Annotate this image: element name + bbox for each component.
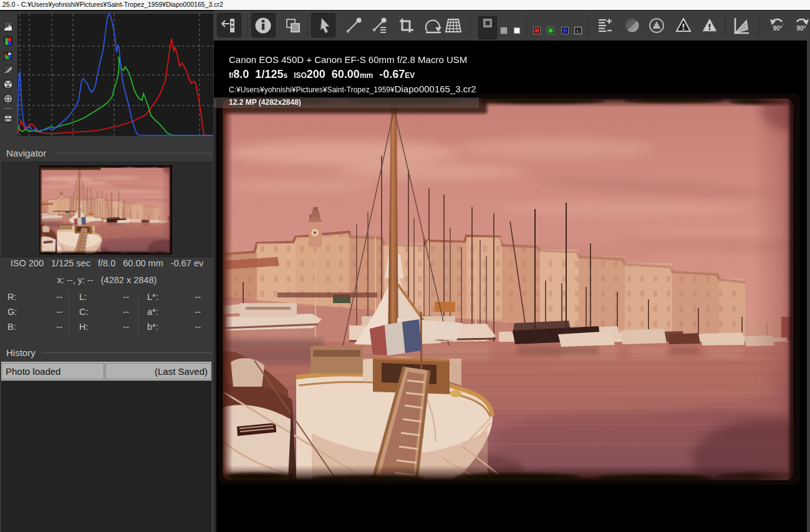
svg-text:L: L bbox=[577, 28, 580, 34]
svg-text:90°: 90° bbox=[773, 25, 782, 32]
svg-text:90°: 90° bbox=[796, 25, 806, 32]
